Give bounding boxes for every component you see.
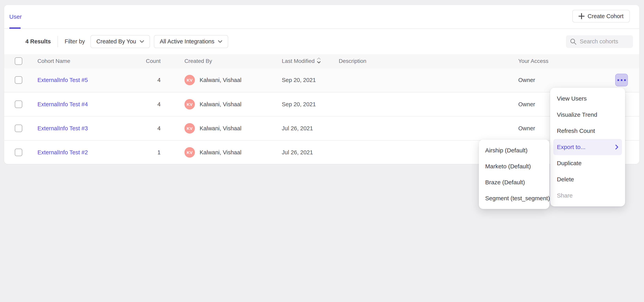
last-modified-date: Jul 26, 2021: [282, 149, 313, 156]
search-box[interactable]: [566, 35, 633, 48]
cohort-count: 4: [112, 125, 160, 132]
toolbar-divider: [58, 36, 58, 47]
row-context-menu: View Users Visualize Trend Refresh Count…: [550, 88, 625, 206]
column-header-description[interactable]: Description: [339, 58, 366, 64]
filter-created-by-dropdown[interactable]: Created By You: [90, 35, 150, 48]
table-row[interactable]: ExternalInfo Test #5 4 KV Kalwani, Visha…: [4, 68, 639, 92]
last-modified-date: Sep 20, 2021: [282, 77, 316, 84]
tab-bar: User Create Cohort: [4, 5, 639, 29]
menu-item-duplicate[interactable]: Duplicate: [550, 155, 625, 171]
menu-item-share: Share: [550, 188, 625, 204]
access-value: Owner: [518, 77, 535, 84]
plus-icon: [578, 13, 584, 19]
column-header-count[interactable]: Count: [112, 58, 160, 64]
access-value: Owner: [518, 101, 535, 108]
cohort-name-link[interactable]: ExternalInfo Test #5: [38, 77, 88, 83]
avatar: KV: [184, 123, 195, 134]
filter-integrations-label: All Active Integrations: [160, 38, 214, 45]
search-icon: [570, 38, 576, 45]
created-by-name: Kalwani, Vishaal: [200, 149, 242, 156]
created-by-name: Kalwani, Vishaal: [200, 125, 242, 132]
row-checkbox[interactable]: [15, 124, 22, 132]
submenu-item-airship[interactable]: Airship (Default): [479, 142, 550, 158]
last-modified-date: Sep 20, 2021: [282, 101, 316, 108]
avatar: KV: [184, 147, 195, 158]
filter-by-label: Filter by: [65, 38, 85, 45]
column-header-cohort-name[interactable]: Cohort Name: [38, 58, 70, 64]
create-cohort-label: Create Cohort: [588, 13, 624, 20]
cohort-count: 4: [112, 101, 160, 108]
create-cohort-button[interactable]: Create Cohort: [572, 10, 630, 22]
created-by-name: Kalwani, Vishaal: [200, 101, 242, 108]
chevron-right-icon: [615, 144, 618, 150]
toolbar: 4 Results Filter by Created By You All A…: [4, 29, 639, 54]
menu-item-view-users[interactable]: View Users: [550, 90, 625, 107]
search-input[interactable]: [580, 38, 629, 45]
cohort-count: 1: [112, 149, 160, 156]
chevron-down-icon: [218, 40, 222, 43]
cohort-name-link[interactable]: ExternalInfo Test #3: [38, 125, 88, 132]
submenu-item-braze[interactable]: Braze (Default): [479, 174, 550, 190]
chevron-down-icon: [140, 40, 144, 43]
row-overflow-button[interactable]: [615, 74, 628, 86]
row-checkbox[interactable]: [15, 149, 22, 156]
submenu-item-segment[interactable]: Segment (test_segment): [479, 190, 550, 206]
column-header-your-access[interactable]: Your Access: [518, 58, 548, 64]
cohort-name-link[interactable]: ExternalInfo Test #2: [38, 149, 88, 156]
active-tab-underline: [9, 28, 21, 29]
sort-chevrons-icon[interactable]: [317, 57, 321, 65]
last-modified-date: Jul 26, 2021: [282, 125, 313, 132]
menu-item-delete[interactable]: Delete: [550, 171, 625, 188]
column-header-created-by[interactable]: Created By: [184, 58, 212, 64]
table-row[interactable]: ExternalInfo Test #4 4 KV Kalwani, Visha…: [4, 92, 639, 116]
filter-created-by-label: Created By You: [96, 38, 136, 45]
menu-item-visualize-trend[interactable]: Visualize Trend: [550, 107, 625, 123]
menu-item-export-to[interactable]: Export to...: [553, 139, 622, 155]
avatar: KV: [184, 99, 195, 110]
submenu-item-marketo[interactable]: Marketo (Default): [479, 158, 550, 174]
results-count: 4 Results: [26, 38, 51, 45]
access-value: Owner: [518, 125, 535, 132]
column-header-last-modified[interactable]: Last Modified: [282, 57, 321, 65]
cohort-count: 4: [112, 77, 160, 84]
export-submenu: Airship (Default) Marketo (Default) Braz…: [479, 140, 550, 209]
table-row[interactable]: ExternalInfo Test #3 4 KV Kalwani, Visha…: [4, 116, 639, 140]
tab-user-label: User: [9, 14, 22, 20]
row-checkbox[interactable]: [15, 76, 22, 84]
menu-item-refresh-count[interactable]: Refresh Count: [550, 123, 625, 139]
table-header: Cohort Name Count Created By Last Modifi…: [4, 54, 639, 68]
ellipsis-icon: [618, 79, 619, 81]
cohort-name-link[interactable]: ExternalInfo Test #4: [38, 101, 88, 108]
row-checkbox[interactable]: [15, 100, 22, 108]
select-all-checkbox[interactable]: [15, 57, 22, 65]
created-by-name: Kalwani, Vishaal: [200, 77, 242, 84]
filter-integrations-dropdown[interactable]: All Active Integrations: [154, 35, 228, 48]
avatar: KV: [184, 75, 195, 85]
tab-user[interactable]: User: [9, 5, 22, 28]
